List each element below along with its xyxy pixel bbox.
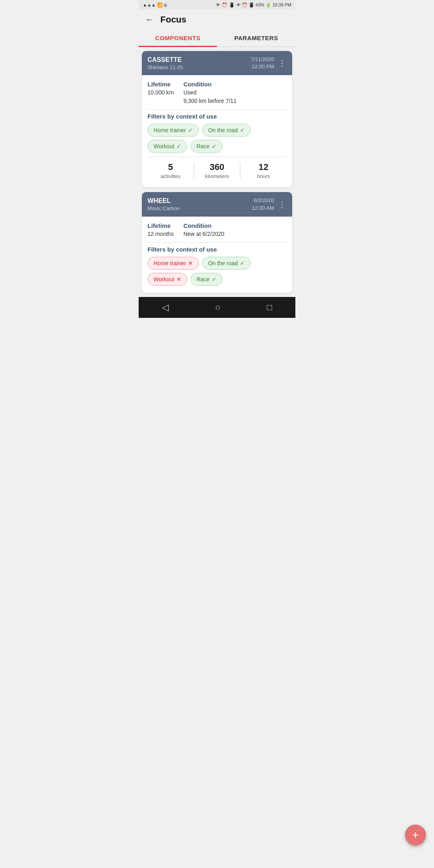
wheel-home-trainer-label: Home trainer bbox=[154, 260, 186, 266]
page-title: Focus bbox=[160, 14, 186, 25]
wheel-home-trainer-x: ✕ bbox=[188, 260, 193, 266]
status-bar: ▲▲▲ 📶 ψ 👁 ⏰ 📳 👁 ⏰ 📳 43% 🔋 10:39 PM bbox=[139, 0, 295, 10]
cassette-header-right: 7/11/2020 12:00 PM ⋮ bbox=[251, 56, 287, 70]
cassette-workout-label: Workout bbox=[154, 143, 174, 149]
cassette-workout-check: ✓ bbox=[176, 143, 181, 149]
wheel-filter-race[interactable]: Race ✓ bbox=[190, 273, 223, 286]
cassette-condition-col: Condition Used9,300 km before 7/11 bbox=[183, 81, 236, 105]
cassette-filter-chips: Home trainer ✓ On the road ✓ Workout ✓ R… bbox=[147, 124, 287, 153]
cassette-home-trainer-label: Home trainer bbox=[154, 127, 186, 133]
cassette-filter-on-the-road[interactable]: On the road ✓ bbox=[202, 124, 251, 137]
cassette-divider-1 bbox=[147, 109, 287, 110]
cassette-card: CASSETTE Shimano 11-25 7/11/2020 12:00 P… bbox=[142, 51, 292, 187]
cassette-card-header: CASSETTE Shimano 11-25 7/11/2020 12:00 P… bbox=[142, 51, 292, 75]
cassette-lifetime-value: 10,000 km bbox=[147, 88, 174, 97]
cassette-kilometers-value: 360 bbox=[194, 162, 240, 172]
cassette-filters-label: Filters by context of use bbox=[147, 113, 287, 120]
wheel-on-the-road-check: ✓ bbox=[240, 260, 245, 266]
cassette-date-time: 7/11/2020 12:00 PM bbox=[251, 56, 274, 70]
signal-icons: ▲▲▲ 📶 ψ bbox=[143, 2, 167, 8]
cassette-activities-value: 5 bbox=[147, 162, 194, 172]
cassette-date: 7/11/2020 bbox=[251, 56, 274, 63]
wheel-workout-label: Workout bbox=[154, 276, 174, 283]
cassette-hours-label: hours bbox=[240, 173, 287, 179]
wheel-filter-workout[interactable]: Workout ✕ bbox=[147, 273, 187, 286]
wheel-card: WHEEL Mavic Carbon 6/2/2020 12:00 AM ⋮ L… bbox=[142, 192, 292, 293]
cassette-race-check: ✓ bbox=[212, 143, 217, 149]
cassette-time: 12:00 PM bbox=[251, 63, 274, 70]
nav-home-button[interactable]: ○ bbox=[215, 302, 220, 313]
cassette-name: CASSETTE bbox=[147, 56, 183, 63]
nav-recent-button[interactable]: □ bbox=[267, 302, 272, 313]
cassette-condition-value: Used9,300 km before 7/11 bbox=[183, 88, 236, 105]
cassette-filter-race[interactable]: Race ✓ bbox=[190, 140, 223, 153]
cassette-activities-label: activities bbox=[147, 173, 194, 179]
cassette-stat-activities: 5 activities bbox=[147, 162, 194, 179]
cassette-model: Shimano 11-25 bbox=[147, 64, 183, 70]
wheel-condition-label: Condition bbox=[183, 222, 224, 229]
wheel-name: WHEEL bbox=[147, 197, 180, 205]
wheel-filter-home-trainer[interactable]: Home trainer ✕ bbox=[147, 257, 199, 270]
back-button[interactable]: ← bbox=[145, 14, 154, 25]
wheel-model: Mavic Carbon bbox=[147, 205, 180, 211]
content-area: CASSETTE Shimano 11-25 7/11/2020 12:00 P… bbox=[139, 47, 295, 297]
status-left: ▲▲▲ 📶 ψ bbox=[143, 2, 167, 8]
wheel-header-right: 6/2/2020 12:00 AM ⋮ bbox=[252, 197, 287, 211]
tab-bar: COMPONENTS PARAMETERS bbox=[139, 30, 295, 47]
cassette-stats-row: 5 activities 360 kilometers 12 hours bbox=[147, 157, 287, 184]
wheel-filters-label: Filters by context of use bbox=[147, 246, 287, 253]
tab-components[interactable]: COMPONENTS bbox=[139, 30, 217, 46]
cassette-header-left: CASSETTE Shimano 11-25 bbox=[147, 56, 183, 70]
alarm-icon: ⏰ bbox=[222, 2, 227, 8]
wheel-filter-on-the-road[interactable]: On the road ✓ bbox=[202, 257, 251, 270]
wheel-date: 6/2/2020 bbox=[252, 197, 274, 204]
cassette-stat-kilometers: 360 kilometers bbox=[194, 162, 240, 179]
wheel-condition-value: New at 6/2/2020 bbox=[183, 230, 224, 238]
wheel-menu-button[interactable]: ⋮ bbox=[278, 200, 287, 209]
nav-bar: ◁ ○ □ bbox=[139, 297, 295, 318]
tab-parameters[interactable]: PARAMETERS bbox=[217, 30, 295, 46]
cassette-race-label: Race bbox=[197, 143, 210, 149]
cassette-stat-hours: 12 hours bbox=[240, 162, 287, 179]
wheel-time: 12:00 AM bbox=[252, 205, 274, 212]
cassette-home-trainer-check: ✓ bbox=[188, 127, 193, 133]
cassette-on-the-road-label: On the road bbox=[208, 127, 238, 133]
wheel-info-row: Lifetime 12 months Condition New at 6/2/… bbox=[147, 222, 287, 238]
cassette-filter-home-trainer[interactable]: Home trainer ✓ bbox=[147, 124, 199, 137]
nav-back-button[interactable]: ◁ bbox=[162, 302, 169, 313]
header: ← Focus bbox=[139, 10, 295, 30]
wheel-lifetime-label: Lifetime bbox=[147, 222, 174, 229]
cassette-menu-button[interactable]: ⋮ bbox=[278, 58, 287, 68]
eye-icon: 👁 bbox=[216, 2, 220, 7]
wheel-filter-chips: Home trainer ✕ On the road ✓ Workout ✕ R… bbox=[147, 257, 287, 286]
cassette-filter-workout[interactable]: Workout ✓ bbox=[147, 140, 187, 153]
wheel-card-body: Lifetime 12 months Condition New at 6/2/… bbox=[142, 217, 292, 293]
wheel-card-header: WHEEL Mavic Carbon 6/2/2020 12:00 AM ⋮ bbox=[142, 192, 292, 216]
cassette-condition-label: Condition bbox=[183, 81, 236, 88]
wheel-race-check: ✓ bbox=[212, 276, 217, 283]
cassette-kilometers-label: kilometers bbox=[194, 173, 240, 179]
wheel-race-label: Race bbox=[197, 276, 210, 283]
status-right: 👁 ⏰ 📳 👁 ⏰ 📳 43% 🔋 10:39 PM bbox=[216, 2, 291, 8]
cassette-lifetime-col: Lifetime 10,000 km bbox=[147, 81, 174, 105]
cassette-on-the-road-check: ✓ bbox=[240, 127, 245, 133]
battery-percent: 👁 ⏰ 📳 43% 🔋 10:39 PM bbox=[236, 2, 291, 8]
wheel-on-the-road-label: On the road bbox=[208, 260, 238, 266]
wheel-lifetime-value: 12 months bbox=[147, 230, 174, 238]
cassette-card-body: Lifetime 10,000 km Condition Used9,300 k… bbox=[142, 75, 292, 187]
wheel-workout-x: ✕ bbox=[176, 276, 181, 283]
cassette-hours-value: 12 bbox=[240, 162, 287, 172]
cassette-info-row: Lifetime 10,000 km Condition Used9,300 k… bbox=[147, 81, 287, 105]
vibrate-icon: 📳 bbox=[229, 2, 235, 8]
wheel-header-left: WHEEL Mavic Carbon bbox=[147, 197, 180, 211]
wheel-condition-col: Condition New at 6/2/2020 bbox=[183, 222, 224, 238]
wheel-divider-1 bbox=[147, 242, 287, 243]
wheel-lifetime-col: Lifetime 12 months bbox=[147, 222, 174, 238]
wheel-date-time: 6/2/2020 12:00 AM bbox=[252, 197, 274, 211]
cassette-lifetime-label: Lifetime bbox=[147, 81, 174, 88]
